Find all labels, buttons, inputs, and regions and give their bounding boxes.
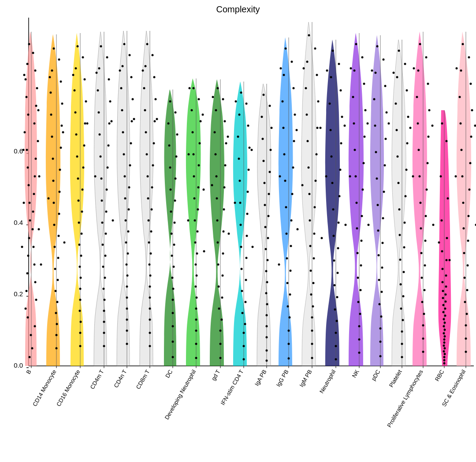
svg-point-115	[109, 101, 112, 103]
svg-point-21	[29, 220, 31, 222]
svg-point-412	[340, 89, 342, 92]
svg-point-114	[97, 89, 99, 92]
svg-point-266	[225, 142, 227, 145]
svg-point-569	[442, 297, 444, 299]
svg-point-419	[331, 182, 334, 184]
svg-point-486	[381, 267, 383, 269]
svg-point-258	[187, 220, 190, 222]
violin-gd-T	[210, 79, 230, 366]
x-label-IgMPB: IgM PB	[298, 369, 313, 388]
svg-point-326	[270, 149, 272, 151]
svg-point-584	[444, 347, 446, 350]
svg-point-128	[102, 244, 104, 246]
svg-point-287	[227, 136, 229, 138]
svg-point-112	[98, 67, 100, 70]
svg-point-380	[306, 61, 309, 63]
svg-point-580	[444, 335, 446, 338]
svg-point-550	[413, 67, 415, 70]
svg-point-563	[442, 268, 444, 270]
svg-point-599	[460, 123, 462, 125]
svg-point-233	[192, 131, 194, 134]
svg-point-555	[441, 123, 443, 125]
svg-point-502	[407, 116, 409, 118]
violin-Platelet	[392, 40, 412, 366]
violin-IgA-PB	[257, 84, 273, 366]
svg-point-413	[329, 103, 331, 105]
svg-point-334	[267, 237, 269, 239]
svg-point-296	[249, 147, 251, 149]
svg-point-368	[289, 317, 291, 319]
svg-point-208	[176, 134, 178, 136]
svg-point-65	[57, 257, 60, 259]
svg-point-338	[266, 281, 268, 283]
svg-point-456	[360, 265, 362, 267]
svg-point-30	[35, 299, 37, 301]
svg-point-559	[441, 220, 443, 222]
svg-point-190	[148, 220, 150, 222]
svg-point-382	[305, 87, 307, 89]
svg-point-595	[460, 70, 462, 72]
svg-point-437	[345, 224, 347, 226]
svg-point-321	[263, 94, 265, 96]
svg-point-517	[400, 308, 402, 310]
svg-point-44	[40, 264, 42, 266]
svg-point-96	[81, 233, 83, 235]
svg-point-138	[96, 72, 98, 74]
svg-point-242	[197, 231, 199, 233]
svg-point-234	[199, 142, 201, 145]
svg-point-602	[469, 162, 472, 164]
svg-point-588	[443, 359, 446, 361]
svg-point-229	[193, 87, 195, 89]
svg-point-282	[221, 319, 223, 321]
svg-point-546	[423, 313, 425, 315]
svg-point-11	[24, 131, 26, 134]
svg-point-19	[29, 202, 31, 204]
svg-point-139	[111, 120, 113, 123]
svg-point-376	[278, 264, 280, 266]
svg-point-150	[131, 120, 133, 123]
svg-point-20	[32, 211, 34, 213]
svg-point-544	[424, 289, 426, 291]
svg-point-159	[125, 220, 127, 222]
svg-point-161	[125, 242, 127, 244]
svg-point-218	[173, 244, 175, 246]
svg-point-594	[468, 56, 470, 59]
svg-point-135	[103, 321, 105, 323]
svg-point-452	[361, 215, 363, 217]
svg-point-81	[75, 67, 77, 70]
svg-point-288	[211, 184, 213, 186]
svg-point-423	[333, 235, 335, 237]
svg-point-309	[241, 290, 243, 292]
y-label-0: 0.0	[14, 361, 23, 369]
svg-point-286	[212, 96, 214, 98]
svg-point-255	[202, 114, 204, 116]
svg-point-521	[401, 356, 403, 358]
svg-point-6	[36, 87, 38, 89]
svg-point-221	[171, 277, 174, 279]
svg-point-399	[312, 306, 314, 308]
svg-point-416	[340, 142, 342, 145]
svg-point-316	[235, 101, 237, 103]
violin-CD8m-T	[140, 31, 158, 366]
svg-point-238	[197, 186, 200, 189]
svg-point-474	[386, 112, 388, 114]
svg-point-442	[363, 83, 365, 85]
svg-point-591	[449, 259, 451, 261]
svg-point-433	[335, 358, 337, 361]
svg-point-526	[425, 56, 428, 59]
svg-point-22	[32, 228, 34, 231]
svg-point-167	[126, 308, 128, 310]
svg-point-116	[98, 112, 100, 114]
svg-point-585	[443, 350, 445, 353]
x-label-pDC: pDC	[370, 369, 382, 382]
svg-point-506	[405, 169, 408, 171]
svg-point-405	[320, 127, 322, 129]
svg-point-40	[38, 175, 41, 178]
svg-point-510	[404, 222, 406, 224]
x-label-CD8m: CD8m T	[135, 369, 151, 390]
svg-point-254	[189, 87, 191, 89]
svg-point-179	[155, 98, 157, 101]
x-label-IgGPB: IgG PB	[275, 369, 290, 388]
svg-point-232	[200, 120, 202, 123]
svg-point-210	[175, 156, 178, 158]
